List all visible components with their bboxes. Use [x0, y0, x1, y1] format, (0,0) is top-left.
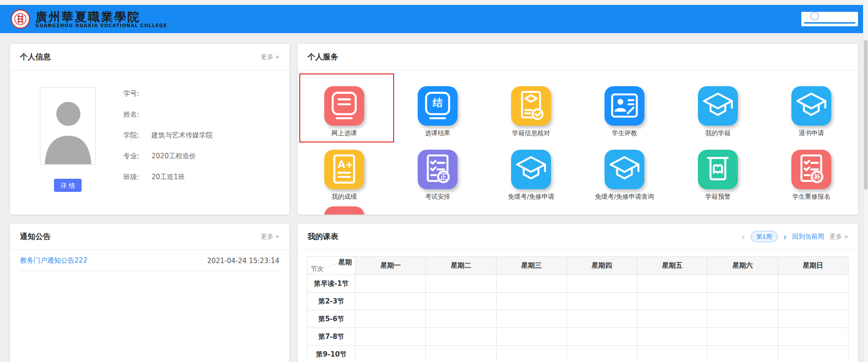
timetable-cell[interactable]: [426, 346, 496, 362]
student-info-row: 班级:20工造1班: [123, 171, 213, 182]
notices-panel: 通知公告 更多 » 教务门户通知公告222 2021-04-24 15:23:1…: [10, 224, 289, 362]
notices-title: 通知公告: [20, 224, 51, 249]
browser-top-strip: [0, 0, 868, 5]
service-item-label: 考试安排: [425, 193, 450, 201]
service-item-label: 退书申请: [799, 129, 824, 137]
doc-cap-check-icon: [511, 86, 551, 126]
service-item-retake-registration[interactable]: 补学生重修报名: [765, 137, 858, 201]
back-to-current-week-link[interactable]: 回到当前周: [792, 224, 824, 249]
timetable-day-header: 星期三: [496, 257, 566, 275]
service-item-label: 学籍信息核对: [512, 129, 550, 137]
personal-info-more-link[interactable]: 更多 »: [261, 44, 279, 70]
service-item-exam-exemption-application[interactable]: 免缓考/免修申请: [484, 137, 578, 201]
service-item-exam-exemption-query[interactable]: 免缓考/免修申请查询: [578, 137, 671, 201]
timetable-cell[interactable]: [637, 310, 707, 328]
user-avatar-icon: [810, 12, 819, 20]
service-item-student-status-warning[interactable]: 学籍预警: [671, 137, 765, 201]
timetable-day-header: 星期一: [356, 257, 426, 275]
timetable-row: 第5-6节: [307, 310, 848, 328]
personal-info-panel: 个人信息 更多 » 详 情 学号:姓名:学院:建筑与艺术传媒学院专业:2020工…: [10, 44, 289, 215]
timetable-period-label: 第5-6节: [307, 310, 356, 328]
timetable-cell[interactable]: [637, 328, 707, 346]
timetable-cell[interactable]: [496, 328, 566, 346]
service-item-book-return-application[interactable]: 退书申请: [765, 74, 858, 137]
timetable-cell[interactable]: [426, 310, 496, 328]
notice-link[interactable]: 教务门户通知公告222: [20, 256, 88, 265]
next-week-button[interactable]: ›: [783, 232, 787, 241]
student-info-value: 建筑与艺术传媒学院: [151, 131, 213, 139]
timetable-cell[interactable]: [356, 310, 426, 328]
service-item-my-grades[interactable]: A+我的成绩: [297, 137, 391, 201]
detail-button[interactable]: 详 情: [54, 179, 82, 192]
grad-cap-icon: [511, 150, 551, 189]
student-info-row: 学号:: [123, 88, 213, 99]
timetable-cell[interactable]: [778, 310, 848, 328]
timetable-cell[interactable]: [637, 275, 707, 293]
timetable: 星期 节次 星期一星期二星期三星期四星期五星期六星期日 第早读-1节第2-3节第…: [307, 256, 848, 362]
grad-cap-icon: [605, 150, 644, 189]
timetable-cell[interactable]: [637, 346, 707, 362]
service-item-label: 学生评教: [612, 129, 637, 137]
notice-timestamp: 2021-04-24 15:23:14: [207, 257, 279, 265]
timetable-cell[interactable]: [778, 275, 848, 293]
timetable-cell[interactable]: [566, 346, 637, 362]
timetable-cell[interactable]: [707, 328, 778, 346]
partial-tile-icon: [324, 206, 364, 215]
timetable-cell[interactable]: [496, 293, 566, 310]
timetable-cell[interactable]: [778, 293, 848, 310]
service-item-course-selection-result[interactable]: 结选课结果: [391, 74, 484, 137]
service-item-exam-schedule[interactable]: 正考试安排: [391, 137, 484, 201]
previous-week-button[interactable]: ‹: [741, 232, 745, 241]
service-item-my-student-status[interactable]: 我的学籍: [671, 74, 765, 137]
timetable-cell[interactable]: [356, 275, 426, 293]
user-account-box[interactable]: [801, 12, 858, 26]
timetable-cell[interactable]: [707, 293, 778, 310]
timetable-corner-cell: 星期 节次: [307, 257, 356, 275]
grad-cap-icon: [791, 86, 831, 126]
timetable-row: 第早读-1节: [307, 275, 848, 293]
timetable-cell[interactable]: [566, 310, 637, 328]
timetable-row: 第9-10节: [307, 346, 848, 362]
timetable-cell[interactable]: [778, 346, 848, 362]
service-item-student-teaching-evaluation[interactable]: 学生评教: [578, 74, 671, 137]
service-item-partial[interactable]: [297, 201, 391, 215]
timetable-day-header: 星期五: [637, 257, 707, 275]
student-info-label: 班级:: [123, 171, 145, 182]
timetable-cell[interactable]: [778, 328, 848, 346]
doc-check-seal-icon: 正: [418, 150, 458, 189]
timetable-cell[interactable]: [566, 293, 637, 310]
page-scrollbar[interactable]: [863, 0, 868, 362]
scrollbar-thumb[interactable]: [864, 40, 868, 190]
timetable-cell[interactable]: [707, 275, 778, 293]
timetable-cell[interactable]: [426, 328, 496, 346]
student-info-label: 学号:: [123, 88, 145, 99]
service-item-label: 网上选课: [332, 129, 357, 137]
doc-check-seal-icon: 补: [791, 150, 831, 189]
timetable-row: 第2-3节: [307, 293, 848, 310]
service-item-online-course-selection[interactable]: 网上选课: [297, 74, 391, 137]
timetable-cell[interactable]: [356, 293, 426, 310]
student-info-label: 学院:: [123, 130, 145, 141]
timetable-cell[interactable]: [356, 346, 426, 362]
timetable-cell[interactable]: [496, 275, 566, 293]
doc-aplus-icon: A+: [324, 150, 364, 189]
timetable-cell[interactable]: [566, 328, 637, 346]
timetable-more-link[interactable]: 更多 »: [829, 224, 848, 249]
timetable-cell[interactable]: [496, 346, 566, 362]
timetable-period-label: 第9-10节: [307, 346, 356, 362]
person-board-icon: [605, 86, 644, 126]
svg-text:A+: A+: [338, 159, 354, 170]
notices-more-link[interactable]: 更多 »: [261, 224, 279, 249]
timetable-cell[interactable]: [496, 310, 566, 328]
timetable-cell[interactable]: [637, 293, 707, 310]
service-item-student-status-info-check[interactable]: 学籍信息核对: [484, 74, 578, 137]
timetable-cell[interactable]: [426, 293, 496, 310]
student-info-label: 姓名:: [123, 109, 145, 120]
timetable-cell[interactable]: [707, 346, 778, 362]
student-info-row: 姓名:: [123, 109, 213, 120]
timetable-cell[interactable]: [707, 310, 778, 328]
current-week-badge[interactable]: 第1周: [751, 231, 778, 242]
timetable-cell[interactable]: [426, 275, 496, 293]
timetable-cell[interactable]: [566, 275, 637, 293]
timetable-cell[interactable]: [356, 328, 426, 346]
